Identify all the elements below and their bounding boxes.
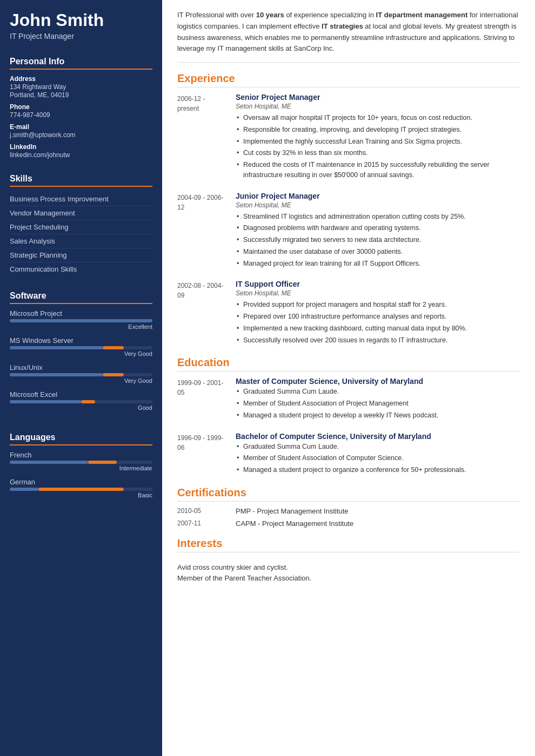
entry-title: IT Support Officer — [236, 280, 520, 288]
interest-item: Member of the Parent Teacher Association… — [177, 574, 520, 582]
address-line1: 134 Rightward Way — [10, 83, 152, 91]
sidebar-header: John Smith IT Project Manager — [0, 0, 162, 49]
skills-heading: Skills — [10, 174, 152, 187]
skill-item: Strategic Planning — [10, 248, 152, 262]
entry-title: Bachelor of Computer Science, University… — [236, 432, 520, 441]
languages-section: Languages FrenchIntermediateGermanBasic — [0, 433, 162, 512]
software-heading: Software — [10, 291, 152, 304]
bullet-item: Member of Student Association of Project… — [236, 399, 520, 409]
skill-item: Sales Analysis — [10, 234, 152, 248]
entry-title: Master of Computer Science, University o… — [236, 377, 520, 386]
education-entry: 1999-09 - 2001-05Master of Computer Scie… — [177, 377, 520, 422]
entry-org: Seton Hospital, ME — [236, 103, 520, 110]
software-section: Software Microsoft ProjectExcellentMS Wi… — [0, 291, 162, 425]
entry-org: Seton Hospital, ME — [236, 201, 520, 209]
skill-item: Communication Skills — [10, 262, 152, 276]
language-item: FrenchIntermediate — [10, 451, 152, 471]
software-item: Microsoft ExcelGood — [10, 390, 152, 411]
entry-org: Seton Hospital, ME — [236, 289, 520, 297]
bullet-item: Implemented the highly successful Lean T… — [236, 137, 520, 147]
software-item: Microsoft ProjectExcellent — [10, 309, 152, 330]
entry-content: Junior Project ManagerSeton Hospital, ME… — [236, 192, 520, 271]
bullet-item: Reduced the costs of IT maintenance in 2… — [236, 160, 520, 180]
bar-container — [10, 461, 152, 464]
bar-fill — [10, 346, 103, 349]
linkedin-label: LinkedIn — [10, 143, 152, 151]
bullet-item: Cut costs by 32% in less than six months… — [236, 148, 520, 158]
bullet-item: Graduated Summa Cum Laude. — [236, 387, 520, 397]
bar-accent — [88, 461, 117, 464]
bar-label: Intermediate — [10, 465, 152, 471]
skill-item: Business Process Improvement — [10, 192, 152, 206]
bar-accent — [103, 373, 124, 376]
bullet-item: Managed a student project to organize a … — [236, 465, 520, 475]
phone-value: 774-987-4009 — [10, 111, 152, 119]
linkedin-value: linkedin.com/johnutw — [10, 151, 152, 159]
summary-text: IT Professional with over 10 years of ex… — [177, 10, 520, 63]
bar-label: Very Good — [10, 350, 152, 357]
experience-entry: 2002-08 - 2004-09IT Support OfficerSeton… — [177, 280, 520, 347]
bullet-item: Successfully resolved over 200 issues in… — [236, 335, 520, 346]
language-name: French — [10, 451, 152, 459]
address-label: Address — [10, 75, 152, 83]
entry-date: 2002-08 - 2004-09 — [177, 280, 226, 347]
address-line2: Portland, ME, 04019 — [10, 91, 152, 99]
software-name: Linux/Unix — [10, 363, 152, 372]
entry-content: Bachelor of Computer Science, University… — [236, 432, 520, 477]
cert-date: 2007-11 — [177, 519, 226, 528]
skills-list: Business Process ImprovementVendor Manag… — [10, 192, 152, 276]
bullet-item: Managed project for lean training for al… — [236, 259, 520, 269]
cert-name: CAPM - Project Management Institute — [236, 519, 353, 528]
education-entry: 1996-09 - 1999-06Bachelor of Computer Sc… — [177, 432, 520, 477]
entry-date: 1996-09 - 1999-06 — [177, 432, 226, 477]
certifications-section: Certifications 2010-05PMP - Project Mana… — [177, 487, 520, 528]
entry-content: Senior Project ManagerSeton Hospital, ME… — [236, 93, 520, 182]
cert-name: PMP - Project Management Institute — [236, 507, 349, 515]
entry-content: IT Support OfficerSeton Hospital, MEProv… — [236, 280, 520, 347]
cert-date: 2010-05 — [177, 507, 226, 515]
bullet-item: Streamlined IT logistics and administrat… — [236, 212, 520, 222]
bar-fill — [10, 400, 81, 403]
bar-accent — [38, 488, 124, 491]
bar-container — [10, 319, 152, 322]
language-name: German — [10, 478, 152, 486]
education-list: 1999-09 - 2001-05Master of Computer Scie… — [177, 377, 520, 477]
personal-info-section: Personal Info Address 134 Rightward Way … — [0, 57, 162, 166]
bar-fill — [10, 373, 103, 376]
main-content: IT Professional with over 10 years of ex… — [162, 0, 535, 756]
skill-item: Project Scheduling — [10, 220, 152, 234]
experience-entry: 2004-09 - 2006-12Junior Project ManagerS… — [177, 192, 520, 271]
cert-entry: 2010-05PMP - Project Management Institut… — [177, 507, 520, 515]
bar-fill — [10, 319, 152, 322]
bullet-item: Oversaw all major hospital IT projects f… — [236, 113, 520, 123]
software-list: Microsoft ProjectExcellentMS Windows Ser… — [10, 309, 152, 411]
entry-bullets: Oversaw all major hospital IT projects f… — [236, 113, 520, 180]
bar-accent — [103, 346, 124, 349]
languages-heading: Languages — [10, 433, 152, 446]
bullet-item: Successfully migrated two servers to new… — [236, 235, 520, 245]
email-label: E-mail — [10, 123, 152, 131]
bar-fill — [10, 488, 38, 491]
bullet-item: Graduated Summa Cum Laude. — [236, 442, 520, 452]
entry-bullets: Streamlined IT logistics and administrat… — [236, 212, 520, 269]
education-section: Education 1999-09 - 2001-05Master of Com… — [177, 356, 520, 477]
software-name: MS Windows Server — [10, 336, 152, 345]
experience-heading: Experience — [177, 72, 520, 87]
entry-title: Junior Project Manager — [236, 192, 520, 200]
bullet-item: Implemented a new tracking dashboard, cu… — [236, 323, 520, 334]
entry-bullets: Graduated Summa Cum Laude.Member of Stud… — [236, 387, 520, 420]
skills-section: Skills Business Process ImprovementVendo… — [0, 174, 162, 284]
languages-list: FrenchIntermediateGermanBasic — [10, 451, 152, 498]
bar-accent — [81, 400, 95, 403]
skill-item: Vendor Management — [10, 206, 152, 220]
bullet-item: Managed a student project to develop a w… — [236, 410, 520, 421]
bullet-item: Diagnosed problems with hardware and ope… — [236, 223, 520, 233]
bar-fill — [10, 461, 88, 464]
phone-label: Phone — [10, 103, 152, 111]
interest-item: Avid cross country skier and cyclist. — [177, 563, 520, 571]
personal-info-heading: Personal Info — [10, 57, 152, 70]
interests-heading: Interests — [177, 537, 520, 552]
interests-section: Interests Avid cross country skier and c… — [177, 537, 520, 582]
bullet-item: Member of Student Association of Compute… — [236, 453, 520, 463]
software-item: Linux/UnixVery Good — [10, 363, 152, 384]
